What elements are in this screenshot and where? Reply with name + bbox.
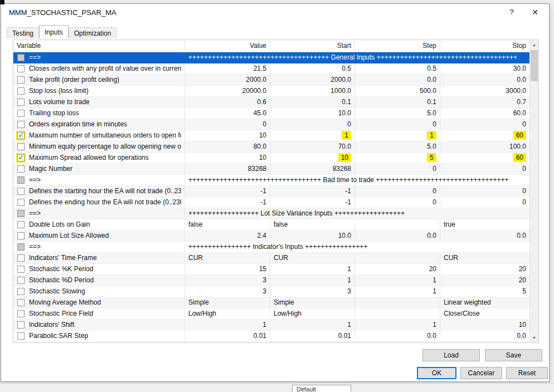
table-row[interactable]: Double Lots on Gainfalsefalsetrue [13, 219, 529, 231]
cell-step[interactable]: 5.0 [355, 108, 440, 119]
scroll-up-icon[interactable]: ▲ [530, 40, 538, 50]
row-checkbox[interactable]: ✓ [17, 132, 25, 139]
cell-value[interactable]: 21.5 [185, 63, 270, 74]
cell-start[interactable]: 10.0 [270, 231, 355, 241]
cell-step[interactable]: 0 [355, 119, 440, 130]
cell-stop[interactable]: 0 [440, 164, 529, 174]
table-row[interactable]: Closes orders with any profit of value o… [13, 63, 529, 75]
row-checkbox[interactable] [17, 99, 25, 106]
table-row[interactable]: Trailing stop loss45.010.05.060.0 [13, 108, 529, 119]
ok-button[interactable]: OK [417, 367, 456, 379]
row-checkbox[interactable] [17, 54, 25, 61]
cell-value[interactable]: 15 [185, 264, 270, 275]
cell-value[interactable]: 83268 [185, 164, 270, 174]
row-checkbox[interactable] [17, 321, 25, 329]
tab-testing[interactable]: Testing [7, 27, 39, 38]
cell-value[interactable]: 20000.0 [185, 86, 270, 96]
cell-step[interactable]: 500.0 [355, 86, 440, 96]
table-row[interactable]: Defines the starting hour the EA will no… [13, 186, 529, 197]
cell-step[interactable]: 0.5 [355, 63, 440, 74]
row-checkbox[interactable] [17, 288, 25, 295]
cell-stop[interactable]: 5 [440, 286, 529, 297]
cell-start[interactable]: 83268 [270, 164, 355, 174]
cell-start[interactable]: 0.01 [270, 331, 355, 341]
table-row[interactable]: ✓Maximum Spread allowed for operations10… [13, 153, 529, 164]
cell-stop[interactable]: CUR [440, 253, 529, 263]
row-checkbox[interactable] [17, 266, 25, 273]
tab-inputs[interactable]: Inputs [39, 25, 69, 38]
cell-step[interactable]: 0.0 [355, 331, 440, 341]
help-icon[interactable]: ? [506, 7, 518, 17]
cell-value[interactable]: 2000.0 [185, 75, 270, 85]
cell-value[interactable]: -1 [185, 197, 270, 208]
cell-value[interactable]: 0 [185, 119, 270, 130]
cell-start[interactable]: 0.1 [270, 97, 355, 107]
table-row[interactable]: Stochastic Slowing3315 [13, 286, 529, 297]
row-checkbox[interactable] [17, 277, 25, 284]
cell-value[interactable]: Simple [185, 297, 270, 308]
cell-stop[interactable]: 0.7 [440, 97, 529, 107]
cell-value[interactable]: Low/High [185, 308, 270, 319]
cell-start[interactable]: -1 [270, 186, 355, 197]
cell-stop[interactable]: Linear weighted [440, 297, 529, 308]
row-checkbox[interactable] [17, 143, 25, 150]
cell-value[interactable]: 3 [185, 286, 270, 297]
cell-value[interactable]: CUR [185, 253, 270, 263]
default-combobox[interactable]: Default [292, 385, 351, 392]
cell-step[interactable]: 5.0 [355, 141, 440, 152]
cell-start[interactable]: 2000.0 [270, 75, 355, 85]
row-checkbox[interactable]: ✓ [17, 154, 25, 161]
cell-stop[interactable]: 0 [440, 119, 529, 130]
row-checkbox[interactable] [17, 65, 25, 72]
cell-value[interactable]: 80.0 [185, 141, 270, 152]
cell-step[interactable] [355, 308, 440, 319]
table-row[interactable]: Orders expiration time in minutes0000 [13, 119, 529, 130]
cell-start[interactable]: 0 [270, 119, 355, 130]
cell-value[interactable]: 0.6 [185, 97, 270, 107]
table-row[interactable]: Indicators' Shift11110 [13, 320, 529, 331]
table-row[interactable]: Defines the ending hour the EA will not … [13, 197, 529, 208]
cell-step[interactable]: 0.0 [355, 231, 440, 241]
table-row[interactable]: ✓Maximum number of simultaneous orders t… [13, 130, 529, 141]
cell-step[interactable]: 1 [355, 320, 440, 330]
table-row[interactable]: Moving Average MethodSimpleSimpleLinear … [13, 297, 529, 308]
cell-stop[interactable]: 0 [440, 197, 529, 208]
cell-step[interactable] [355, 253, 440, 263]
cell-stop[interactable]: 0.0 [440, 331, 529, 341]
cell-step[interactable]: 0 [355, 186, 440, 197]
table-row[interactable]: Take profit (order profit ceiling)2000.0… [13, 75, 529, 86]
cell-value[interactable]: 45.0 [185, 108, 270, 119]
row-checkbox[interactable] [17, 87, 25, 95]
cell-start[interactable]: Simple [270, 297, 355, 308]
cell-step[interactable]: 0 [355, 197, 440, 208]
cell-start[interactable]: CUR [270, 253, 355, 263]
cell-step[interactable]: 1 [355, 286, 440, 297]
table-row[interactable]: Stochastic Price FieldLow/HighLow/HighCl… [13, 308, 529, 320]
cell-start[interactable]: 1 [270, 264, 355, 275]
cell-start[interactable]: 1 [270, 320, 355, 330]
cell-start[interactable]: 10.0 [270, 108, 355, 119]
row-checkbox[interactable] [17, 232, 25, 239]
cell-step[interactable] [355, 219, 440, 230]
table-row[interactable]: ==>++++++++++++++++ Indicator's Inputs +… [13, 242, 529, 253]
vertical-scrollbar[interactable]: ▲ ▼ [529, 40, 538, 342]
reset-button[interactable]: Reset [506, 367, 548, 379]
table-row[interactable]: Indicators' Time FrameCURCURCUR [13, 253, 529, 264]
cell-stop[interactable]: true [440, 219, 529, 230]
cell-start[interactable]: -1 [270, 197, 355, 208]
cell-value[interactable]: 10 [185, 130, 270, 141]
row-checkbox[interactable] [17, 310, 25, 317]
cell-stop[interactable]: 100.0 [440, 141, 529, 152]
close-icon[interactable]: ✕ [529, 7, 541, 17]
row-checkbox[interactable] [17, 110, 25, 117]
scroll-down-icon[interactable]: ▼ [530, 333, 538, 342]
table-row[interactable]: Parabolic SAR Step0.010.010.00.0 [13, 331, 529, 342]
cell-stop[interactable]: 20 [440, 275, 529, 286]
cell-stop[interactable]: 60 [440, 153, 529, 163]
cell-stop[interactable]: 0 [440, 186, 529, 197]
load-button[interactable]: Load [422, 349, 480, 361]
row-checkbox[interactable] [17, 254, 25, 262]
cell-step[interactable]: 0.1 [355, 97, 440, 107]
table-row[interactable]: ==>++++++++++++++++++++++++++++++++++ Ba… [13, 175, 529, 186]
cell-value[interactable]: -1 [185, 186, 270, 197]
